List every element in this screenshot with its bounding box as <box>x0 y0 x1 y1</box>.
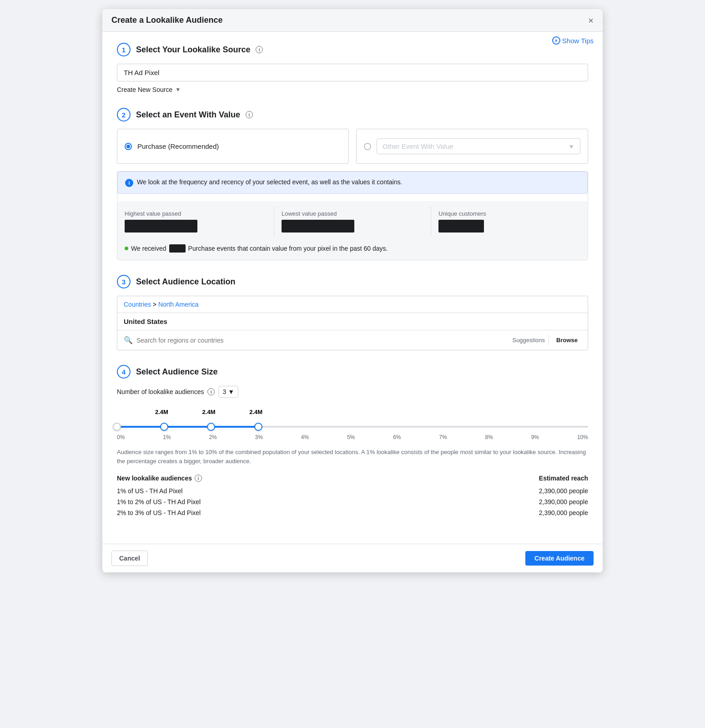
event-info-container: i We look at the frequency and recency o… <box>117 171 588 260</box>
cancel-button[interactable]: Cancel <box>111 551 148 566</box>
stat3-value <box>438 220 484 233</box>
step3-circle: 3 <box>117 275 131 288</box>
purchase-label: Purchase (Recommended) <box>137 142 219 150</box>
create-new-source-label: Create New Source <box>117 86 172 93</box>
step1-title: Select Your Lookalike Source <box>136 45 250 55</box>
slider-fill <box>117 426 258 428</box>
slider-thumb-2[interactable] <box>207 423 215 431</box>
received-row: We received Purchase events that contain… <box>117 243 588 254</box>
num-audiences-label: Number of lookalike audiences <box>117 388 204 395</box>
location-box: Countries > North America United States … <box>117 296 588 350</box>
num-audiences-dropdown[interactable]: 3 ▼ <box>218 386 238 398</box>
num-audiences-value: 3 <box>222 388 226 395</box>
table-row-2-reach: 2,390,000 people <box>539 509 588 516</box>
stats-row: Highest value passed Lowest value passed… <box>117 207 588 236</box>
table-info-icon[interactable]: i <box>195 475 202 482</box>
step2-info-icon[interactable]: i <box>246 111 253 118</box>
search-icon: 🔍 <box>124 336 133 344</box>
step3-header: 3 Select Audience Location <box>117 275 588 288</box>
stat-highest: Highest value passed <box>117 207 274 236</box>
tick-10: 10% <box>577 434 588 440</box>
table-row-1-label: 1% to 2% of US - TH Ad Pixel <box>117 498 201 506</box>
other-event-label: Other Event With Value <box>383 142 453 150</box>
received-before-text: We received <box>131 245 166 252</box>
location-search-input[interactable] <box>136 337 505 344</box>
slider-ticks: 0% 1% 2% 3% 4% 5% 6% 7% 8% 9% 10% <box>117 434 588 440</box>
slider-track <box>117 426 588 428</box>
slider-val-3: 2.4M <box>249 409 262 415</box>
green-dot-icon <box>125 247 128 250</box>
step2-title: Select an Event With Value <box>136 110 240 120</box>
tick-3: 3% <box>255 434 263 440</box>
tick-0: 0% <box>117 434 125 440</box>
num-audiences-info-icon[interactable]: i <box>207 388 215 395</box>
step3-title: Select Audience Location <box>136 277 235 287</box>
step4-title: Select Audience Size <box>136 367 217 377</box>
step1-header: 1 Select Your Lookalike Source i <box>117 43 588 56</box>
step1-circle: 1 <box>117 43 131 56</box>
create-new-source-button[interactable]: Create New Source ▼ <box>117 86 588 93</box>
step2-header: 2 Select an Event With Value i <box>117 108 588 121</box>
close-icon[interactable]: × <box>588 16 594 25</box>
slider-thumb-3[interactable] <box>254 423 262 431</box>
table-row-1: 1% to 2% of US - TH Ad Pixel 2,390,000 p… <box>117 496 588 507</box>
event-options: Purchase (Recommended) Other Event With … <box>117 129 588 164</box>
slider-section: 2.4M 2.4M 2.4M <box>117 409 588 440</box>
table-header-right: Estimated reach <box>539 475 588 482</box>
num-audiences-row: Number of lookalike audiences i 3 ▼ <box>117 386 588 398</box>
event-info-banner: i We look at the frequency and recency o… <box>117 172 588 194</box>
tick-2: 2% <box>209 434 217 440</box>
browse-button[interactable]: Browse <box>553 335 581 345</box>
step4-header: 4 Select Audience Size <box>117 365 588 379</box>
table-row-0-reach: 2,390,000 people <box>539 487 588 495</box>
show-tips-button[interactable]: × Show Tips <box>552 36 594 45</box>
search-actions: Suggestions Browse <box>509 335 581 345</box>
show-tips-icon: × <box>552 36 560 45</box>
tick-6: 6% <box>393 434 401 440</box>
other-event-select[interactable]: Other Event With Value ▼ <box>377 138 580 154</box>
modal-title: Create a Lookalike Audience <box>111 15 222 25</box>
tick-7: 7% <box>439 434 447 440</box>
step1-info-icon[interactable]: i <box>256 46 263 53</box>
source-input[interactable] <box>117 64 588 81</box>
countries-link[interactable]: Countries <box>124 301 151 308</box>
create-audience-button[interactable]: Create Audience <box>525 551 594 566</box>
other-event-option-card[interactable]: Other Event With Value ▼ <box>356 129 588 164</box>
modal-header: Create a Lookalike Audience × Show Tips … <box>102 9 603 32</box>
suggestions-button[interactable]: Suggestions <box>509 335 549 345</box>
slider-val-1: 2.4M <box>155 409 168 415</box>
purchase-radio[interactable] <box>125 143 132 150</box>
other-event-dropdown: Other Event With Value ▼ <box>377 138 580 154</box>
slider-val-2: 2.4M <box>202 409 216 415</box>
tick-4: 4% <box>301 434 309 440</box>
tick-8: 8% <box>485 434 493 440</box>
other-event-radio[interactable] <box>364 143 371 150</box>
north-america-link[interactable]: North America <box>158 301 199 308</box>
purchase-option-card[interactable]: Purchase (Recommended) <box>117 129 349 164</box>
slider-description: Audience size ranges from 1% to 10% of t… <box>117 448 588 465</box>
tick-9: 9% <box>531 434 539 440</box>
slider-thumb-1[interactable] <box>160 423 168 431</box>
stat3-label: Unique customers <box>438 210 588 217</box>
table-row-2: 2% to 3% of US - TH Ad Pixel 2,390,000 p… <box>117 507 588 518</box>
modal-footer: Cancel Create Audience <box>102 544 603 572</box>
slider-top-labels: 2.4M 2.4M 2.4M <box>117 409 588 419</box>
tick-5: 5% <box>347 434 355 440</box>
table-header-left-container: New lookalike audiences i <box>117 475 202 482</box>
location-header: Countries > North America <box>117 296 588 313</box>
num-audiences-arrow: ▼ <box>228 388 234 395</box>
info-banner-icon: i <box>125 179 133 187</box>
stat2-label: Lowest value passed <box>282 210 431 217</box>
table-row-2-label: 2% to 3% of US - TH Ad Pixel <box>117 509 201 516</box>
step2-circle: 2 <box>117 108 131 121</box>
table-row-0-label: 1% of US - TH Ad Pixel <box>117 487 182 495</box>
create-new-source-arrow: ▼ <box>175 86 181 93</box>
received-after-text: Purchase events that contain value from … <box>188 245 388 252</box>
lookalike-table: New lookalike audiences i Estimated reac… <box>117 475 588 518</box>
selected-country: United States <box>117 313 588 330</box>
step3-section: 3 Select Audience Location Countries > N… <box>117 275 588 350</box>
dropdown-chevron-icon: ▼ <box>568 143 574 150</box>
table-row-0: 1% of US - TH Ad Pixel 2,390,000 people <box>117 485 588 496</box>
slider-thumb-0[interactable] <box>113 423 121 431</box>
redacted-count <box>169 244 186 253</box>
